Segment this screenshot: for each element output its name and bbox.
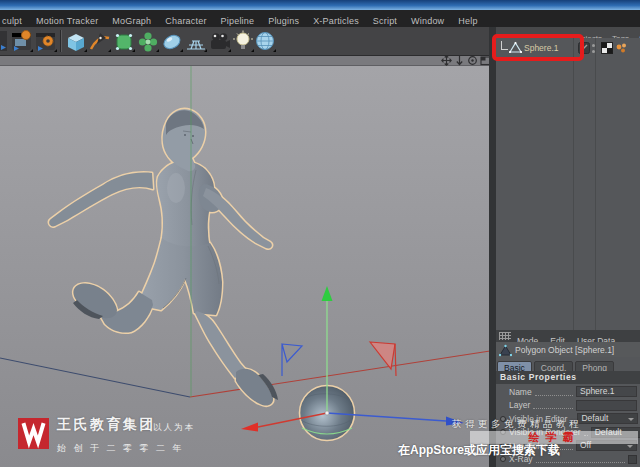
- render-view-icon[interactable]: [10, 29, 34, 54]
- menu-window[interactable]: Window: [404, 13, 451, 27]
- menu-plugins[interactable]: Plugins: [261, 13, 306, 27]
- subdivision-surface-icon[interactable]: [112, 29, 136, 54]
- partial-icon: [0, 29, 7, 54]
- camera-icon[interactable]: [208, 29, 232, 54]
- om-column-divider: [573, 38, 574, 330]
- viewport-pan-icon[interactable]: [441, 55, 452, 66]
- menu-motion-tracker[interactable]: Motion Tracker: [29, 13, 105, 27]
- menu-x-particles[interactable]: X-Particles: [306, 13, 366, 27]
- uvw-tag-icon[interactable]: [601, 42, 613, 54]
- watermark-appstore-line: 在AppStore或应用宝搜索下载: [398, 442, 638, 459]
- viewport-3d[interactable]: [0, 0, 490, 467]
- editor-visibility-dot[interactable]: [592, 44, 595, 47]
- viewport-rotate-icon[interactable]: [467, 55, 478, 66]
- application-window: culptMotion TrackerMoGraphCharacterPipel…: [0, 0, 640, 467]
- menu-character[interactable]: Character: [158, 13, 213, 27]
- array-generator-icon[interactable]: [136, 29, 160, 54]
- am-grid-icon[interactable]: [499, 332, 511, 340]
- annotation-highlight-box: [492, 34, 584, 61]
- render-settings-icon[interactable]: [34, 29, 58, 54]
- polygon-object-icon: [499, 344, 512, 357]
- sky-icon[interactable]: [253, 29, 277, 54]
- menu-script[interactable]: Script: [366, 13, 404, 27]
- phong-tag-icon[interactable]: [615, 42, 628, 54]
- panel-splitter[interactable]: [489, 27, 496, 467]
- menu-pipeline[interactable]: Pipeline: [214, 13, 262, 27]
- attribute-tabs: BasicCoord.Phong: [497, 357, 640, 371]
- company-logo: [18, 418, 49, 449]
- menu-sculpt[interactable]: culpt: [0, 13, 29, 27]
- watermark-promo-line: 获得更多免费精品教程: [452, 418, 640, 431]
- om-column-divider: [595, 38, 596, 330]
- right-panel: FileEditViewObjectsTagsS Sphere.1 ModeE: [489, 27, 640, 467]
- row-layer: Layer: [496, 399, 640, 412]
- viewport-background: [0, 66, 490, 467]
- metaball-icon[interactable]: [160, 29, 184, 54]
- render-visibility-dot[interactable]: [592, 50, 595, 53]
- light-icon[interactable]: [231, 29, 255, 54]
- attribute-object-title: Polygon Object [Sphere.1]: [496, 342, 640, 357]
- attribute-manager-menubar: ModeEditUser Data: [496, 330, 640, 342]
- menu-help[interactable]: Help: [451, 13, 484, 27]
- floor-icon[interactable]: [184, 29, 208, 54]
- cube-primitive-icon[interactable]: [64, 29, 88, 54]
- spline-pen-icon[interactable]: [88, 29, 112, 54]
- row-name: Name Sphere.1: [496, 385, 640, 398]
- main-menubar: culptMotion TrackerMoGraphCharacterPipel…: [0, 10, 640, 27]
- viewport-zoom-icon[interactable]: [454, 55, 465, 66]
- watermark-company-name: 王氏教育集团: [57, 416, 156, 434]
- menu-mograph[interactable]: MoGraph: [105, 13, 158, 27]
- object-manager[interactable]: Sphere.1: [496, 38, 640, 330]
- section-basic-properties: Basic Properties: [496, 371, 640, 384]
- watermark-founding-year: 始创于二零零二年: [57, 442, 189, 455]
- window-titlebar: [0, 0, 640, 10]
- name-input[interactable]: Sphere.1: [576, 386, 637, 397]
- viewport-header: [0, 56, 489, 66]
- layer-input[interactable]: [576, 400, 637, 411]
- watermark-slogan: 以人为本: [153, 422, 195, 434]
